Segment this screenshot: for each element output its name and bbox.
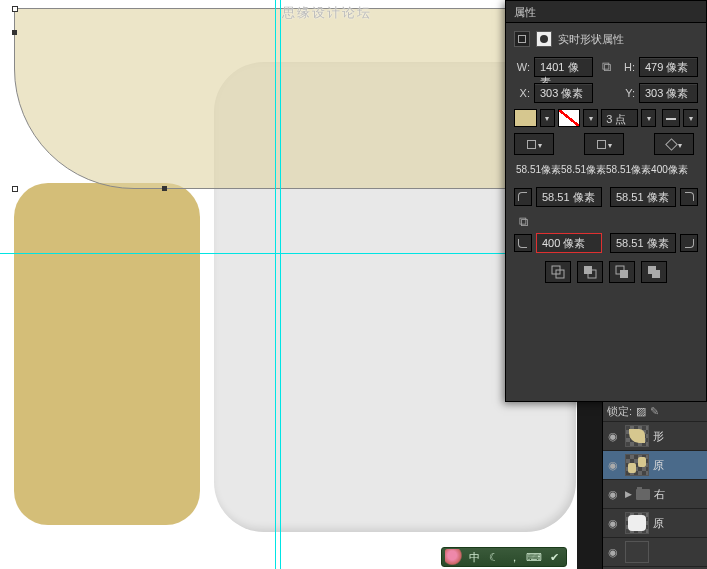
link-corners-icon[interactable]: ⧉ xyxy=(514,213,532,231)
expand-icon[interactable]: ▶ xyxy=(625,489,632,499)
height-label: H: xyxy=(619,61,635,73)
y-label: Y: xyxy=(619,87,635,99)
lock-paint-icon[interactable]: ✎ xyxy=(650,405,659,418)
layer-name[interactable]: 形 xyxy=(653,429,664,444)
svg-rect-7 xyxy=(652,270,660,278)
visibility-icon[interactable]: ◉ xyxy=(605,459,621,472)
join-style-button[interactable] xyxy=(654,133,694,155)
layer-name[interactable]: 原 xyxy=(653,516,664,531)
layer-row[interactable]: ◉ 形 xyxy=(603,422,707,451)
ime-keyboard-icon[interactable]: ⌨ xyxy=(525,549,543,565)
stroke-style-picker[interactable] xyxy=(662,109,680,127)
layer-row[interactable]: ◉ xyxy=(603,538,707,567)
stroke-width-input[interactable]: 3 点 xyxy=(601,109,638,127)
watermark-text: 思缘设计论坛 xyxy=(282,4,372,22)
layer-row[interactable]: ◉ 原 xyxy=(603,509,707,538)
layer-thumbnail[interactable] xyxy=(625,454,649,476)
canvas-viewport[interactable]: 思缘设计论坛 xyxy=(0,0,577,569)
lock-label: 锁定: xyxy=(607,404,632,419)
panel-title: 实时形状属性 xyxy=(558,32,624,47)
path-subtract-icon[interactable] xyxy=(577,261,603,283)
ime-moon-icon[interactable]: ☾ xyxy=(485,549,503,565)
visibility-icon[interactable]: ◉ xyxy=(605,430,621,443)
stroke-style-dropdown[interactable] xyxy=(683,109,698,127)
stroke-dropdown[interactable] xyxy=(583,109,598,127)
cap-style-button[interactable] xyxy=(584,133,624,155)
guide-vertical-2[interactable] xyxy=(280,0,281,569)
guide-horizontal[interactable] xyxy=(0,253,577,254)
width-label: W: xyxy=(514,61,530,73)
path-exclude-icon[interactable] xyxy=(641,261,667,283)
layer-row[interactable]: ◉ 原 xyxy=(603,451,707,480)
layers-panel: 锁定: ▨ ✎ ◉ 形 ◉ 原 ◉ ▶ 右 ◉ 原 ◉ xyxy=(602,402,707,569)
ime-punct-icon[interactable]: ， xyxy=(505,549,523,565)
svg-rect-5 xyxy=(620,270,628,278)
stroke-swatch[interactable] xyxy=(558,109,581,127)
align-stroke-button[interactable] xyxy=(514,133,554,155)
path-intersect-icon[interactable] xyxy=(609,261,635,283)
shape-type-icon xyxy=(514,31,530,47)
ime-language-bar[interactable]: 中 ☾ ， ⌨ ✔ xyxy=(441,547,567,567)
visibility-icon[interactable]: ◉ xyxy=(605,517,621,530)
corner-tl-icon xyxy=(514,188,532,206)
corner-br-icon xyxy=(680,234,698,252)
x-label: X: xyxy=(514,87,530,99)
mask-icon xyxy=(536,31,552,47)
corner-br-input[interactable]: 58.51 像素 xyxy=(610,233,676,253)
corner-tl-input[interactable]: 58.51 像素 xyxy=(536,187,602,207)
path-combine-icon[interactable] xyxy=(545,261,571,283)
stroke-width-dropdown[interactable] xyxy=(641,109,656,127)
layer-thumbnail[interactable] xyxy=(625,425,649,447)
corner-tr-icon xyxy=(680,188,698,206)
panel-header[interactable]: 属性 xyxy=(506,1,706,23)
anchor-point[interactable] xyxy=(162,186,167,191)
ime-settings-icon[interactable]: ✔ xyxy=(545,549,563,565)
selected-shape[interactable] xyxy=(14,8,572,189)
folder-icon xyxy=(636,489,650,500)
corner-tr-input[interactable]: 58.51 像素 xyxy=(610,187,676,207)
link-wh-icon[interactable]: ⧉ xyxy=(597,58,615,76)
ime-mode-text[interactable]: 中 xyxy=(465,549,483,565)
corner-bl-input[interactable]: 400 像素 xyxy=(536,233,602,253)
layer-thumbnail[interactable] xyxy=(625,512,649,534)
visibility-icon[interactable]: ◉ xyxy=(605,546,621,559)
ime-logo-icon[interactable] xyxy=(445,549,463,565)
transform-handle[interactable] xyxy=(12,6,18,12)
corner-bl-icon xyxy=(514,234,532,252)
corner-readout: 58.51像素58.51像素58.51像素400像素 xyxy=(510,163,702,181)
height-input[interactable]: 479 像素 xyxy=(639,57,698,77)
lock-transparency-icon[interactable]: ▨ xyxy=(636,405,646,418)
layer-thumbnail[interactable] xyxy=(625,541,649,563)
layer-name[interactable]: 右 xyxy=(654,487,665,502)
x-input[interactable]: 303 像素 xyxy=(534,83,593,103)
rounded-rect-gold[interactable] xyxy=(14,183,200,525)
y-input[interactable]: 303 像素 xyxy=(639,83,698,103)
transform-handle[interactable] xyxy=(12,186,18,192)
properties-panel: 属性 实时形状属性 W: 1401 像素 ⧉ H: 479 像素 X: 303 … xyxy=(505,0,707,402)
fill-swatch[interactable] xyxy=(514,109,537,127)
width-input[interactable]: 1401 像素 xyxy=(534,57,593,77)
layer-name[interactable]: 原 xyxy=(653,458,664,473)
visibility-icon[interactable]: ◉ xyxy=(605,488,621,501)
anchor-point[interactable] xyxy=(12,30,17,35)
layer-row[interactable]: ◉ ▶ 右 xyxy=(603,480,707,509)
fill-dropdown[interactable] xyxy=(540,109,555,127)
guide-vertical-1[interactable] xyxy=(275,0,276,569)
